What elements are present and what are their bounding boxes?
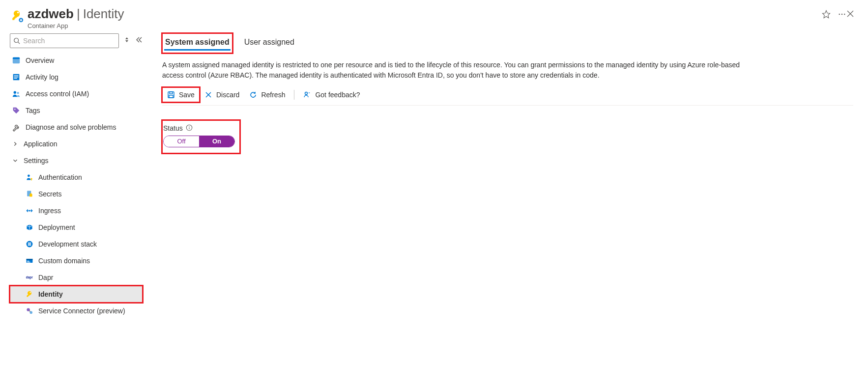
sidebar-item-dev-stack[interactable]: Development stack (10, 236, 143, 252)
save-button[interactable]: Save (162, 87, 200, 102)
sidebar-item-service-connector[interactable]: Service Connector (preview) (10, 303, 143, 319)
sidebar-item-overview[interactable]: Overview (10, 52, 143, 69)
status-toggle-on[interactable]: On (199, 136, 234, 147)
status-toggle-off[interactable]: Off (164, 136, 199, 147)
sidebar-item-label: Dapr (38, 274, 53, 281)
sidebar-search[interactable] (10, 33, 119, 48)
tag-icon (12, 106, 21, 115)
sidebar-item-identity[interactable]: Identity (10, 286, 143, 303)
dapr-icon: dapr (26, 274, 33, 281)
sidebar-item-label: Secrets (38, 190, 61, 198)
svg-point-19 (28, 174, 30, 177)
collapse-sidebar-icon[interactable] (135, 36, 143, 45)
svg-point-44 (305, 92, 308, 94)
sidebar-item-label: Ingress (38, 207, 61, 215)
search-sort-icon[interactable] (123, 36, 131, 45)
svg-point-5 (844, 14, 845, 15)
sidebar-item-label: Development stack (38, 240, 97, 248)
refresh-button[interactable]: Refresh (244, 87, 290, 102)
toolbar-separator (294, 90, 294, 100)
sidebar-item-diagnose[interactable]: Diagnose and solve problems (10, 119, 143, 136)
favorite-star-icon[interactable] (822, 10, 831, 20)
toolbar: Save Discard Refresh Got feedback? (162, 87, 853, 106)
person-key-icon (26, 173, 33, 181)
activity-log-icon (12, 73, 21, 82)
chevron-right-icon (12, 140, 19, 147)
discard-button-label: Discard (216, 91, 239, 99)
sidebar-item-label: Access control (IAM) (26, 90, 89, 98)
save-button-label: Save (179, 91, 195, 99)
sidebar-item-label: Authentication (38, 173, 82, 181)
sidebar-item-deployment[interactable]: Deployment (10, 219, 143, 236)
sidebar-item-activity-log[interactable]: Activity log (10, 69, 143, 85)
highlight-identity: Identity (10, 286, 143, 303)
info-icon[interactable] (186, 124, 193, 133)
overview-icon (12, 56, 21, 65)
sidebar-item-authentication[interactable]: Authentication (10, 169, 143, 186)
save-icon (167, 91, 175, 99)
svg-point-47 (189, 126, 189, 126)
search-icon (13, 37, 20, 44)
connector-icon (26, 307, 33, 315)
content-pane: System assigned User assigned A system a… (147, 33, 858, 319)
tab-system-assigned[interactable]: System assigned (164, 35, 231, 52)
svg-rect-11 (13, 57, 20, 59)
page-title-app: azdweb (28, 7, 74, 21)
refresh-button-label: Refresh (261, 91, 285, 99)
svg-rect-41 (169, 95, 173, 98)
sidebar-group-application[interactable]: Application (10, 136, 143, 152)
identity-resource-icon (10, 9, 24, 23)
svg-point-8 (14, 38, 19, 42)
chevron-down-icon (12, 157, 19, 164)
svg-text:dapr: dapr (26, 276, 33, 279)
feedback-button[interactable]: Got feedback? (298, 87, 365, 102)
sidebar-item-label: Activity log (26, 73, 58, 81)
refresh-icon (249, 91, 257, 99)
svg-point-16 (14, 91, 16, 93)
page-header: azdweb | Identity Container App (10, 5, 858, 33)
ingress-icon (26, 207, 33, 215)
page-title-section: Identity (83, 7, 124, 21)
more-actions-icon[interactable] (838, 10, 846, 20)
sidebar-item-custom-domains[interactable]: Custom domains (10, 252, 143, 269)
identity-description: A system assigned managed identity is re… (162, 60, 762, 81)
status-label: Status (163, 124, 183, 132)
svg-rect-15 (14, 78, 17, 78)
sidebar-item-tags[interactable]: Tags (10, 102, 143, 119)
stack-icon (26, 240, 33, 248)
sidebar-item-dapr[interactable]: dapr Dapr (10, 269, 143, 286)
svg-rect-29 (28, 245, 31, 246)
feedback-icon (303, 91, 311, 99)
sidebar: Overview Activity log Access control (IA… (10, 33, 147, 319)
svg-rect-21 (31, 179, 32, 180)
sidebar-item-secrets[interactable]: Secrets (10, 186, 143, 202)
sidebar-group-settings[interactable]: Settings (10, 152, 143, 169)
sidebar-item-ingress[interactable]: Ingress (10, 202, 143, 219)
svg-line-38 (29, 310, 30, 311)
svg-rect-14 (14, 77, 19, 77)
svg-rect-13 (14, 75, 19, 76)
tab-user-assigned[interactable]: User assigned (243, 35, 295, 52)
svg-rect-31 (27, 259, 33, 260)
lock-file-icon (26, 190, 33, 198)
svg-rect-28 (28, 244, 31, 245)
people-icon (12, 89, 21, 98)
wrench-icon (12, 123, 21, 132)
sidebar-item-access-control[interactable]: Access control (IAM) (10, 85, 143, 102)
discard-button[interactable]: Discard (200, 87, 244, 102)
discard-icon (204, 91, 212, 99)
svg-rect-33 (27, 262, 30, 262)
svg-point-3 (839, 14, 840, 15)
page-title: azdweb | Identity (28, 7, 816, 21)
svg-rect-32 (27, 261, 29, 261)
highlight-save: Save (162, 87, 200, 102)
close-blade-icon[interactable] (846, 7, 858, 19)
sidebar-item-label: Service Connector (preview) (38, 307, 125, 315)
svg-rect-27 (28, 242, 31, 243)
status-toggle[interactable]: Off On (163, 136, 235, 147)
identity-key-icon (26, 290, 33, 298)
sidebar-search-input[interactable] (20, 36, 116, 45)
svg-rect-40 (170, 92, 173, 94)
box-icon (26, 223, 33, 231)
sidebar-item-label: Tags (26, 107, 40, 114)
